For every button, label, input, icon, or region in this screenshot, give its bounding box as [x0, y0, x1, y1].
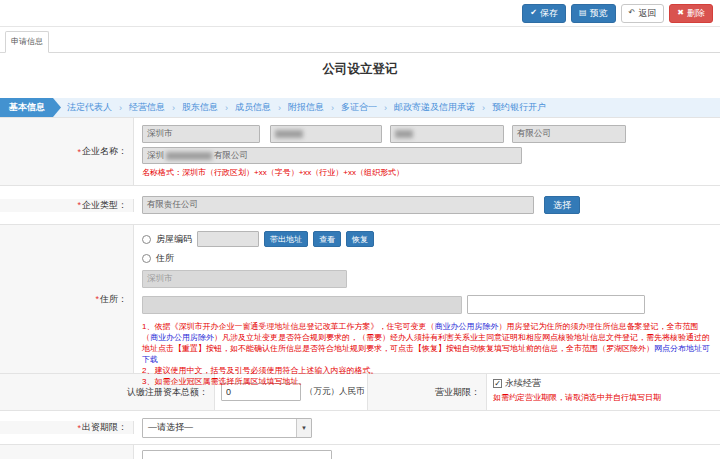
notice-link[interactable]: 商业办公用房除外 [150, 333, 214, 342]
notice-text: ）凡涉及立址变更是否符合规则要求的，（需要）经办人须持有利害关系业主同意证明和相… [142, 333, 710, 353]
fund-term-row: *出资期限： —请选择— ▼ [0, 411, 720, 445]
screen-icon: ▤ [579, 9, 587, 17]
delete-button-label: 删除 [687, 7, 705, 20]
tab-strip: 申请信息 [0, 27, 720, 53]
address-main-field [142, 296, 462, 314]
fund-term-select[interactable]: —请选择— ▼ [142, 418, 312, 438]
notice-text: 1、依据《深圳市开办企业一窗通受理地址信息登记改革工作方案》，住宅可变更（ [142, 322, 434, 331]
name-format-hint: 名称格式：深圳市（行政区划）+xx（字号）+xx（行业）+xx（组织形式） [142, 167, 720, 178]
wizard-item-2[interactable]: 法定代表人 [61, 101, 118, 114]
fund-term-select-value: —请选择— [148, 421, 193, 434]
house-code-input [197, 231, 259, 247]
delete-icon: ✖ [677, 9, 684, 17]
address-label: *住所： [0, 225, 134, 373]
dropdown-arrow-icon: ▼ [296, 419, 311, 437]
capital-unit-label: （万元）人民币 [305, 386, 365, 398]
notice-text: 3、如需企业冠区属需选择所属区域填写地址。 [142, 377, 306, 386]
back-arrow-icon: ↶ [629, 9, 636, 17]
back-button[interactable]: ↶ 返回 [621, 4, 665, 23]
required-mark: * [77, 200, 81, 210]
wizard-item-9[interactable]: 预约银行开户 [486, 101, 552, 114]
name-region-field: 深圳市 [142, 125, 260, 143]
business-term-hint: 如需约定营业期限，请取消选中并自行填写日期 [493, 392, 720, 403]
director-count-label: *董事数： [0, 445, 134, 459]
name-part-fields: 深圳市 有限公司 [142, 125, 720, 143]
fetch-address-button[interactable]: 带出地址 [264, 231, 308, 247]
enterprise-name-label: *企业名称： [0, 118, 134, 185]
notice-link[interactable]: 商业办公用房除外 [434, 322, 498, 331]
back-button-label: 返回 [638, 7, 656, 20]
wizard-item-6[interactable]: 附报信息 [282, 101, 330, 114]
enterprise-type-label: *企业类型： [0, 199, 134, 212]
save-button[interactable]: ✔ 保存 [522, 4, 566, 23]
director-count-input[interactable] [142, 450, 332, 459]
enterprise-type-row: *企业类型： 有限责任公司 选择 [0, 186, 720, 225]
restore-button[interactable]: 恢复 [346, 231, 374, 247]
company-registration-page: ✔ 保存 ▤ 预览 ↶ 返回 ✖ 删除 申请信息 公司设立登记 基本信息法定代表… [0, 0, 720, 459]
form: *企业名称： 深圳市 有限公司 深圳有限公司 名称格式：深圳市（行政区划）+xx… [0, 117, 720, 459]
check-icon: ✔ [530, 9, 537, 17]
redacted-text [275, 130, 303, 138]
preview-button-label: 预览 [590, 7, 608, 20]
wizard-item-8[interactable]: 邮政寄递及信用承诺 [388, 101, 481, 114]
required-mark: * [77, 423, 81, 433]
save-button-label: 保存 [540, 7, 558, 20]
wizard-item-1[interactable]: 基本信息 [0, 98, 61, 117]
required-mark: * [95, 294, 99, 304]
address-radio[interactable] [142, 254, 151, 263]
address-notice: 1、依据《深圳市开办企业一窗通受理地址信息登记改革工作方案》，住宅可变更（商业办… [142, 321, 712, 387]
address-radio-line: 住所 [142, 252, 720, 265]
wizard-nav: 基本信息法定代表人›经营信息›股东信息›成员信息›附报信息›多证合一›邮政寄递及… [0, 98, 720, 117]
notice-line: 3、如需企业冠区属需选择所属区域填写地址。 [142, 376, 712, 387]
notice-line: 1、依据《深圳市开办企业一窗通受理地址信息登记改革工作方案》，住宅可变更（商业办… [142, 321, 712, 365]
address-city-field: 深圳市 [142, 270, 347, 288]
tab-application-info[interactable]: 申请信息 [5, 31, 49, 53]
name-orgform-field: 有限公司 [512, 125, 626, 143]
required-mark: * [77, 147, 81, 157]
wizard-item-4[interactable]: 股东信息 [176, 101, 224, 114]
address-radio-label: 住所 [156, 252, 174, 265]
redacted-text [166, 152, 212, 160]
delete-button[interactable]: ✖ 删除 [669, 4, 713, 23]
address-main-line [142, 295, 720, 314]
page-title: 公司设立登记 [323, 62, 398, 76]
full-name-field: 深圳有限公司 [142, 147, 522, 164]
address-row: *住所： 房屋编码 带出地址 查看 恢复 住所 深圳市 [0, 225, 720, 374]
wizard-item-5[interactable]: 成员信息 [229, 101, 277, 114]
address-detail-input[interactable] [467, 295, 645, 314]
wizard-item-3[interactable]: 经营信息 [123, 101, 171, 114]
house-code-radio-label: 房屋编码 [156, 233, 192, 246]
title-bar: 公司设立登记 [0, 53, 720, 98]
preview-button[interactable]: ▤ 预览 [571, 4, 616, 23]
director-count-row: *董事数： [0, 445, 720, 459]
enterprise-name-row: *企业名称： 深圳市 有限公司 深圳有限公司 名称格式：深圳市（行政区划）+xx… [0, 118, 720, 186]
toolbar: ✔ 保存 ▤ 预览 ↶ 返回 ✖ 删除 [0, 0, 720, 27]
notice-line: 2、建议使用中文，括号及引号必须使用符合上述输入内容的格式。 [142, 365, 712, 376]
wizard-item-7[interactable]: 多证合一 [335, 101, 383, 114]
notice-text: 2、建议使用中文，括号及引号必须使用符合上述输入内容的格式。 [142, 366, 378, 375]
name-brand-field-redacted [270, 125, 382, 143]
enterprise-type-field: 有限责任公司 [142, 196, 534, 214]
fund-term-label: *出资期限： [0, 421, 134, 434]
house-code-radio[interactable] [142, 235, 151, 244]
house-code-line: 房屋编码 带出地址 查看 恢复 [142, 231, 720, 247]
view-button[interactable]: 查看 [313, 231, 341, 247]
choose-type-button[interactable]: 选择 [544, 196, 580, 214]
name-industry-field-redacted [390, 125, 504, 143]
redacted-text [395, 130, 413, 138]
